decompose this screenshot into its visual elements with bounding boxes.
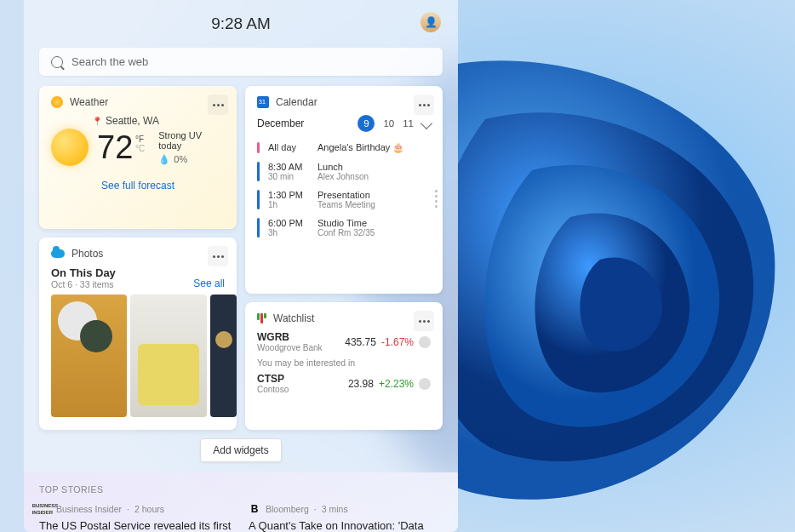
stock-change: +2.23% (379, 378, 414, 390)
event-color-bar (257, 142, 260, 153)
widget-title: Weather (70, 96, 108, 108)
clock: 9:28 AM (211, 14, 271, 33)
weather-icon (51, 96, 63, 108)
event-time: All day (268, 142, 309, 153)
pin-stock-button[interactable] (419, 378, 431, 390)
pin-stock-button[interactable] (419, 336, 431, 348)
add-widgets-button[interactable]: Add widgets (200, 438, 281, 462)
widget-title: Watchlist (273, 312, 314, 324)
interest-label: You may be interested in (257, 358, 431, 368)
calendar-day[interactable]: 9 (357, 115, 375, 132)
stocks-icon (257, 313, 266, 323)
sun-icon (51, 129, 89, 166)
photo-thumbnail[interactable] (210, 295, 237, 417)
news-age: 3 mins (322, 503, 348, 515)
stock-symbol: CTSP (257, 373, 289, 385)
see-full-forecast-link[interactable]: See full forecast (51, 180, 225, 192)
event-title: PresentationTeams Meeting (317, 190, 375, 209)
photo-thumbnail[interactable] (51, 295, 127, 417)
stock-name: Woodgrove Bank (257, 343, 323, 352)
more-button[interactable] (414, 311, 434, 331)
watchlist-widget[interactable]: Watchlist WGRB Woodgrove Bank 435.75 -1.… (245, 302, 443, 430)
news-source: Bloomberg (266, 503, 309, 515)
calendar-month: December (257, 117, 304, 129)
calendar-event[interactable]: 8:30 AM30 minLunchAlex Johnson (257, 160, 431, 183)
see-all-link[interactable]: See all (193, 277, 225, 289)
news-heading: TOP STORIES (39, 484, 443, 495)
more-button[interactable] (208, 246, 228, 266)
photos-subtitle: Oct 6 · 33 items (51, 279, 116, 289)
news-story[interactable]: B Bloomberg · 3 mins A Quant's Take on I… (249, 503, 443, 532)
calendar-day[interactable]: 10 (383, 118, 394, 129)
more-button[interactable] (414, 94, 434, 115)
calendar-icon (257, 96, 269, 108)
weather-headline: Strong UV today (158, 130, 225, 151)
widget-title: Photos (71, 248, 103, 260)
event-color-bar (257, 162, 260, 181)
stock-name: Contoso (257, 385, 289, 394)
photos-heading: On This Day (51, 266, 116, 279)
chevron-down-icon[interactable] (420, 117, 432, 129)
calendar-day[interactable]: 11 (403, 118, 414, 129)
droplet-icon: 💧 (158, 154, 170, 165)
weather-location: Seattle, WA (106, 115, 159, 127)
news-title: The US Postal Service revealed its first… (39, 518, 233, 532)
stock-price: 435.75 (345, 336, 376, 348)
pin-icon: 📍 (92, 117, 102, 126)
calendar-event[interactable]: 6:00 PM3hStudio TimeConf Rm 32/35 (257, 216, 431, 239)
weather-precip: 0% (174, 154, 187, 164)
event-color-bar (257, 190, 260, 209)
photo-thumbnail[interactable] (130, 295, 206, 417)
widgets-panel: 9:28 AM 👤 Search the web Weather 📍 Seatt… (24, 0, 458, 532)
widget-title: Calendar (276, 96, 317, 108)
more-button[interactable] (208, 94, 228, 115)
search-placeholder: Search the web (71, 55, 148, 68)
news-age: 2 hours (134, 503, 164, 515)
news-source: Business Insider (56, 503, 122, 515)
stock-price: 23.98 (348, 378, 374, 390)
event-title: LunchAlex Johnson (317, 162, 369, 181)
weather-temp: 72 °F°C (97, 131, 133, 163)
news-title: A Quant's Take on Innovation: 'Data Can … (249, 518, 443, 532)
photos-widget[interactable]: Photos On This Day Oct 6 · 33 items See … (39, 237, 237, 430)
event-time: 6:00 PM3h (268, 218, 309, 237)
search-icon (51, 56, 63, 68)
calendar-event[interactable]: 1:30 PM1hPresentationTeams Meeting (257, 188, 431, 211)
news-section: TOP STORIES BUSINESSINSIDER Business Ins… (24, 472, 458, 532)
scroll-indicator (435, 190, 438, 208)
user-avatar[interactable]: 👤 (420, 12, 441, 32)
event-time: 8:30 AM30 min (268, 162, 309, 181)
calendar-widget[interactable]: Calendar December 9 10 11 All dayAngela'… (245, 86, 443, 294)
stock-row[interactable]: WGRB Woodgrove Bank 435.75 -1.67% (257, 331, 431, 352)
stock-symbol: WGRB (257, 331, 323, 343)
event-title: Studio TimeConf Rm 32/35 (317, 218, 375, 237)
event-time: 1:30 PM1h (268, 190, 309, 209)
stock-row[interactable]: CTSP Contoso 23.98 +2.23% (257, 373, 431, 394)
event-title: Angela's Birthday 🎂 (317, 142, 404, 153)
search-input[interactable]: Search the web (39, 48, 443, 76)
stock-change: -1.67% (381, 336, 414, 348)
weather-widget[interactable]: Weather 📍 Seattle, WA 72 °F°C Strong UV … (39, 86, 237, 229)
event-color-bar (257, 218, 260, 237)
source-icon: B (249, 503, 260, 515)
source-icon: BUSINESSINSIDER (39, 503, 51, 515)
calendar-event[interactable]: All dayAngela's Birthday 🎂 (257, 140, 431, 155)
news-story[interactable]: BUSINESSINSIDER Business Insider · 2 hou… (39, 503, 233, 532)
onedrive-icon (51, 249, 65, 258)
